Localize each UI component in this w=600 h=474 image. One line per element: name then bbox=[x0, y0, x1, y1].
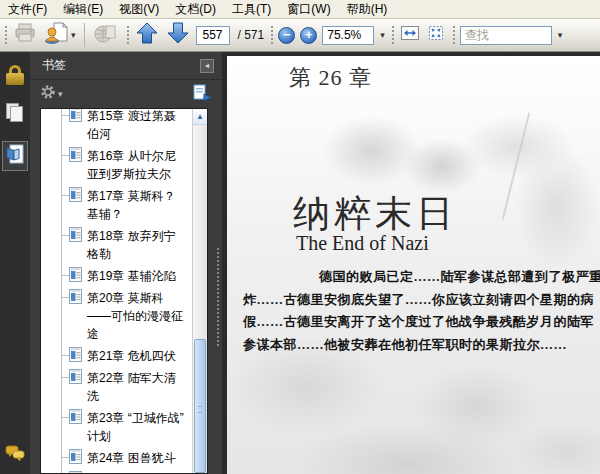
bookmarks-panel: 书签 ◂ ▾ bbox=[30, 52, 222, 474]
zoom-out-button[interactable]: − bbox=[278, 27, 295, 44]
bookmark-label: 第24章 困兽犹斗 bbox=[87, 451, 176, 465]
collaborate-share-icon bbox=[44, 21, 70, 49]
paragraph-line: 参谋本部……他被安葬在他初任军职时的果斯拉尔…… bbox=[243, 334, 585, 357]
toolbar-grip[interactable] bbox=[269, 24, 273, 46]
bookmark-label: 第20章 莫斯科——可怕的漫漫征途 bbox=[87, 291, 183, 341]
panel-collapse-button[interactable]: ◂ bbox=[200, 59, 214, 73]
bookmark-item[interactable]: 第25章 苟延残喘 bbox=[41, 469, 207, 474]
collaborate-button[interactable]: ▾ bbox=[43, 20, 77, 50]
bookmark-panel-icon bbox=[6, 144, 24, 168]
menu-item[interactable]: 文档(D) bbox=[167, 0, 224, 20]
bookmark-label: 第21章 危机四伏 bbox=[87, 349, 176, 363]
menu-item-label: 视图(V) bbox=[119, 2, 159, 16]
bookmark-label: 第16章 从叶尔尼亚到罗斯拉夫尔 bbox=[87, 149, 176, 181]
fit-page-icon bbox=[427, 24, 445, 46]
paragraph-line: 德国的败局已定……陆军参谋总部遭到了极严重的轰 bbox=[243, 266, 585, 289]
menu-item-label: 文件(F) bbox=[8, 2, 47, 16]
bookmarks-list: 第15章 渡过第聂伯河 第16章 从叶尔尼亚到罗斯拉夫尔 bbox=[40, 108, 208, 474]
security-lock-icon[interactable] bbox=[6, 65, 24, 85]
page-number-input[interactable] bbox=[196, 26, 230, 45]
toolbar-separator bbox=[84, 23, 85, 47]
menu-item-label: 窗口(W) bbox=[287, 2, 330, 16]
scrollbar-thumb[interactable] bbox=[194, 339, 206, 473]
document-view[interactable]: 第 26 章 纳粹末日 The End of Nazi 德国的败局已定……陆军参… bbox=[222, 52, 600, 474]
arrow-up-icon bbox=[135, 21, 159, 49]
content-area: 书签 ◂ ▾ bbox=[0, 52, 600, 474]
panel-options-caret: ▾ bbox=[58, 89, 63, 99]
pages-panel-icon[interactable] bbox=[6, 103, 24, 123]
find-dropdown-caret[interactable]: ▾ bbox=[558, 31, 563, 40]
menu-item[interactable]: 文件(F) bbox=[0, 0, 55, 20]
bookmark-label: 第19章 基辅沦陷 bbox=[87, 269, 176, 283]
bookmark-item[interactable]: 第18章 放弃列宁格勒 bbox=[41, 225, 207, 264]
globe-document-icon bbox=[93, 21, 119, 49]
pdf-reader-window: 文件(F) 编辑(E) 视图(V) 文档(D) 工具(T) 窗口(W) 帮助(H… bbox=[0, 0, 600, 474]
bookmark-item[interactable]: 第17章 莫斯科？基辅？ bbox=[41, 185, 207, 224]
web-capture-button[interactable] bbox=[92, 20, 120, 50]
zoom-dropdown-caret[interactable]: ▾ bbox=[380, 31, 385, 40]
page-total-label: / 571 bbox=[238, 28, 265, 42]
find-input[interactable] bbox=[460, 26, 552, 45]
zoom-in-button[interactable]: + bbox=[300, 27, 317, 44]
toolbar-grip[interactable] bbox=[3, 24, 7, 46]
comments-icon[interactable] bbox=[5, 445, 25, 466]
menu-item-label: 编辑(E) bbox=[63, 2, 103, 16]
panel-resize-grip[interactable] bbox=[216, 247, 220, 347]
bookmark-page-icon bbox=[69, 369, 82, 388]
bookmark-item[interactable]: 第16章 从叶尔尼亚到罗斯拉夫尔 bbox=[41, 145, 207, 184]
menu-item[interactable]: 窗口(W) bbox=[279, 0, 338, 20]
bookmark-item[interactable]: 第19章 基辅沦陷 bbox=[41, 265, 207, 286]
bookmarks-items: 第15章 渡过第聂伯河 第16章 从叶尔尼亚到罗斯拉夫尔 bbox=[41, 108, 207, 474]
page-photo bbox=[502, 112, 531, 219]
fit-page-button[interactable] bbox=[426, 23, 446, 47]
fit-width-icon bbox=[400, 24, 420, 46]
menu-item[interactable]: 编辑(E) bbox=[55, 0, 111, 20]
bookmarks-scrollbar[interactable]: ▲ bbox=[192, 109, 207, 473]
menu-item[interactable]: 视图(V) bbox=[111, 0, 167, 20]
menu-item[interactable]: 帮助(H) bbox=[339, 0, 396, 20]
bookmarks-panel-button[interactable] bbox=[2, 141, 28, 171]
bookmark-item[interactable]: 第21章 危机四伏 bbox=[41, 345, 207, 366]
bookmark-label: 第23章 “卫城作战”计划 bbox=[87, 411, 184, 443]
print-button[interactable] bbox=[12, 21, 38, 49]
bookmark-page-icon bbox=[69, 449, 82, 468]
bookmark-label: 第15章 渡过第聂伯河 bbox=[87, 109, 176, 141]
page-paragraph: 德国的败局已定……陆军参谋总部遭到了极严重的轰 炸……古德里安彻底失望了……你应… bbox=[243, 266, 585, 356]
toolbar-grip[interactable] bbox=[125, 24, 129, 46]
zoom-level-input[interactable] bbox=[322, 26, 374, 45]
panel-options-button[interactable]: ▾ bbox=[40, 84, 63, 104]
bookmark-page-icon bbox=[69, 187, 82, 206]
bookmark-item[interactable]: 第22章 陆军大清洗 bbox=[41, 367, 207, 406]
bookmark-item[interactable]: 第20章 莫斯科——可怕的漫漫征途 bbox=[41, 287, 207, 344]
toolbar-grip[interactable] bbox=[451, 24, 455, 46]
bookmark-page-icon bbox=[69, 289, 82, 308]
bookmark-item[interactable]: 第15章 渡过第聂伯河 bbox=[41, 108, 207, 144]
bookmark-item[interactable]: 第23章 “卫城作战”计划 bbox=[41, 407, 207, 446]
bookmark-page-icon bbox=[69, 108, 82, 126]
bookmark-page-icon bbox=[69, 227, 82, 246]
menu-bar: 文件(F) 编辑(E) 视图(V) 文档(D) 工具(T) 窗口(W) 帮助(H… bbox=[0, 0, 600, 19]
arrow-down-icon bbox=[166, 21, 190, 49]
toolbar-grip[interactable] bbox=[390, 24, 394, 46]
fit-width-button[interactable] bbox=[399, 23, 421, 47]
previous-page-button[interactable] bbox=[134, 20, 160, 50]
pdf-page: 第 26 章 纳粹末日 The End of Nazi 德国的败局已定……陆军参… bbox=[227, 56, 600, 474]
toolbar: ▾ / 571 − + ▾ bbox=[0, 19, 600, 52]
bookmark-item[interactable]: 第24章 困兽犹斗 bbox=[41, 447, 207, 468]
panel-title: 书签 bbox=[42, 57, 66, 74]
menu-item[interactable]: 工具(T) bbox=[224, 0, 279, 20]
menu-item-label: 帮助(H) bbox=[347, 2, 388, 16]
bookmark-label: 第18章 放弃列宁格勒 bbox=[87, 229, 176, 261]
navigation-icon-strip bbox=[0, 52, 30, 474]
menu-item-label: 文档(D) bbox=[175, 2, 216, 16]
goto-bookmark-button[interactable] bbox=[192, 84, 212, 105]
next-page-button[interactable] bbox=[165, 20, 191, 50]
collaborate-dropdown-caret[interactable]: ▾ bbox=[71, 31, 76, 40]
page-subtitle: The End of Nazi bbox=[296, 232, 429, 255]
bookmark-page-icon bbox=[69, 347, 82, 366]
chapter-heading: 第 26 章 bbox=[289, 63, 372, 93]
paragraph-line: 假……古德里安离开了这个度过了他战争最残酷岁月的陆军 bbox=[243, 311, 585, 334]
scrollbar-up-arrow[interactable]: ▲ bbox=[193, 109, 207, 125]
bookmark-label: 第22章 陆军大清洗 bbox=[87, 371, 176, 403]
bookmarks-panel-header: 书签 ◂ bbox=[30, 52, 222, 80]
